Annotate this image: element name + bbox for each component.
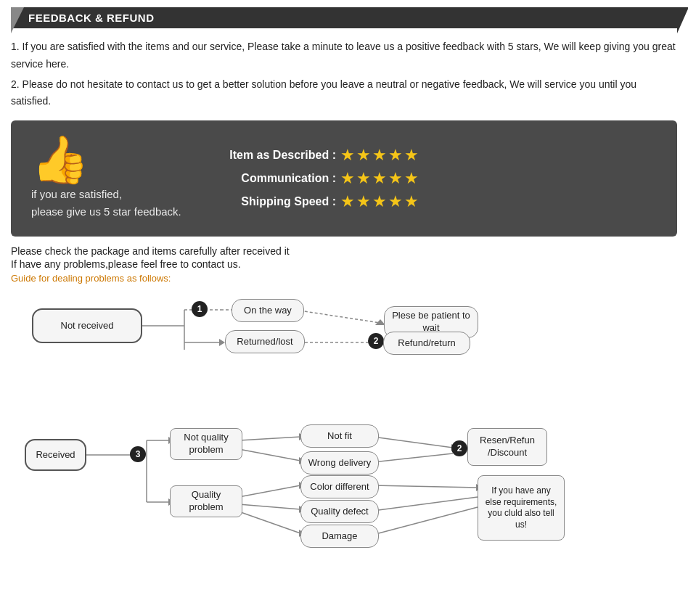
svg-line-20 bbox=[239, 485, 300, 497]
star-label-communication: Communication : bbox=[213, 172, 336, 185]
svg-line-26 bbox=[373, 437, 453, 448]
box-wrong-delivery: Wrong delivery bbox=[300, 451, 379, 475]
svg-line-31 bbox=[373, 497, 478, 511]
star-row-communication: Communication : ★★★★★ bbox=[213, 169, 420, 188]
badge-2-top: 2 bbox=[368, 333, 384, 349]
box-not-received: Not received bbox=[32, 308, 142, 343]
svg-line-32 bbox=[373, 507, 478, 535]
stars-described: ★★★★★ bbox=[340, 146, 420, 165]
box-quality-defect: Quality defect bbox=[300, 500, 379, 523]
badge-3: 3 bbox=[130, 446, 146, 462]
stars-communication: ★★★★★ bbox=[340, 169, 420, 188]
box-refund-return: Refund/return bbox=[383, 332, 470, 355]
svg-line-16 bbox=[239, 437, 300, 440]
box-received: Received bbox=[25, 439, 86, 471]
svg-line-24 bbox=[239, 512, 300, 533]
header-title: FEEDBACK & REFUND bbox=[21, 12, 155, 24]
box-color-different: Color different bbox=[300, 475, 379, 498]
thumb-icon: 👍 bbox=[31, 136, 89, 183]
stars-section: Item as Described : ★★★★★ Communication … bbox=[213, 146, 420, 211]
box-if-you-have: If you have any else requirements, you c… bbox=[478, 475, 565, 541]
svg-marker-7 bbox=[219, 339, 225, 346]
banner-text-line1: if you are satisfied, please give us 5 s… bbox=[31, 186, 181, 221]
box-on-the-way: On the way bbox=[232, 299, 304, 322]
svg-line-28 bbox=[373, 453, 453, 462]
thumb-section: 👍 if you are satisfied, please give us 5… bbox=[31, 136, 191, 221]
box-returned-lost: Returned/lost bbox=[225, 330, 305, 353]
stars-shipping: ★★★★★ bbox=[340, 192, 420, 211]
feedback-banner: 👍 if you are satisfied, please give us 5… bbox=[11, 120, 677, 237]
guide-title: Guide for dealing problems as follows: bbox=[11, 273, 677, 284]
svg-line-22 bbox=[239, 504, 300, 509]
star-label-described: Item as Described : bbox=[213, 149, 336, 162]
check-text: Please check the package and items caref… bbox=[11, 245, 677, 257]
intro-line1: 1. If you are satisfied with the items a… bbox=[11, 38, 677, 73]
star-label-shipping: Shipping Speed : bbox=[213, 195, 336, 208]
svg-line-4 bbox=[295, 310, 380, 323]
box-damage: Damage bbox=[300, 525, 379, 548]
header-bar: FEEDBACK & REFUND bbox=[11, 7, 677, 28]
box-not-quality: Not quality problem bbox=[170, 428, 242, 460]
svg-line-29 bbox=[373, 485, 478, 488]
badge-2-bottom: 2 bbox=[451, 440, 467, 456]
box-quality-problem: Quality problem bbox=[170, 485, 242, 517]
badge-1: 1 bbox=[192, 301, 208, 317]
star-row-described: Item as Described : ★★★★★ bbox=[213, 146, 420, 165]
flowchart: Not received 1 On the way Returned/lost … bbox=[17, 295, 671, 564]
svg-line-18 bbox=[239, 449, 300, 461]
intro-line2: 2. Please do not hesitate to contact us … bbox=[11, 76, 677, 111]
star-row-shipping: Shipping Speed : ★★★★★ bbox=[213, 192, 420, 211]
box-not-fit: Not fit bbox=[300, 424, 379, 448]
box-resen-refund: Resen/Refun /Discount bbox=[467, 428, 547, 466]
contact-text: If have any problems,please feel free to… bbox=[11, 258, 677, 270]
